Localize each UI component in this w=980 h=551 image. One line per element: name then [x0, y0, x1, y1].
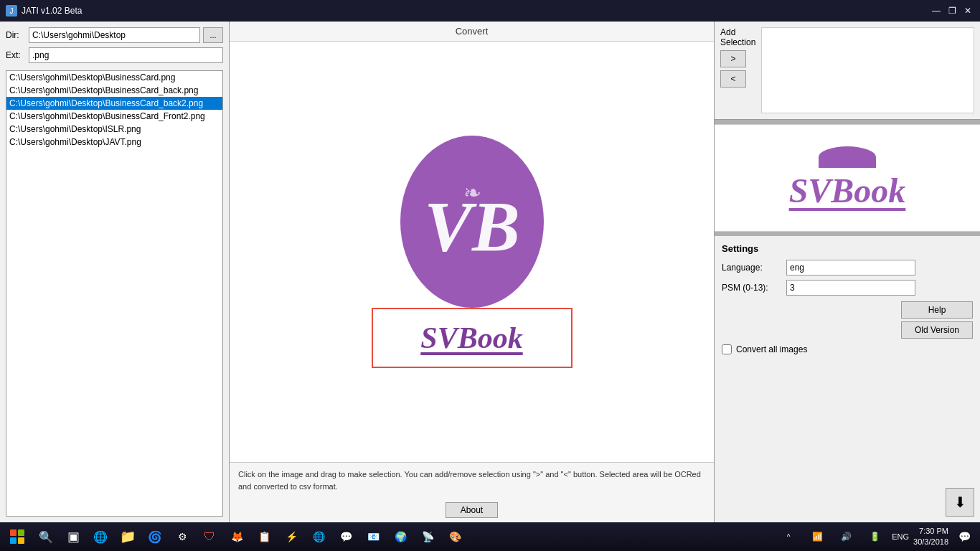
dir-input[interactable]	[29, 27, 200, 43]
preview-oval-top	[819, 146, 876, 168]
taskbar-search[interactable]: 🔍	[33, 524, 59, 550]
browse-button[interactable]: ...	[203, 27, 223, 43]
app-icon-7[interactable]: 🌍	[387, 524, 413, 550]
start-button[interactable]	[3, 524, 32, 550]
app-window: Dir: ... Ext: C:\Users\gohmi\Desktop\Bus…	[0, 22, 980, 522]
windows-icon	[10, 529, 24, 544]
convert-header: Convert	[230, 22, 714, 42]
app-icon-2[interactable]: 📋	[251, 524, 277, 550]
add-label: Add	[720, 27, 755, 37]
taskbar-apps: 🌐 📁 🌀 ⚙ 🛡 🦊 📋 ⚡ 🌐 💬 📧 🌍 📡 🎨	[88, 524, 468, 550]
app-icon-3[interactable]: ⚡	[278, 524, 304, 550]
convert-all-label: Convert all images	[736, 344, 807, 354]
app-icon-6[interactable]: 📧	[360, 524, 386, 550]
center-panel: Convert VB ❧ SVBook Click on	[230, 22, 715, 522]
volume-icon[interactable]: 🔊	[833, 524, 859, 550]
edge-icon[interactable]: 🌐	[88, 524, 113, 550]
right-top: Add Selection > <	[715, 22, 980, 120]
taskbar: 🔍 ▣ 🌐 📁 🌀 ⚙ 🛡 🦊 📋 ⚡ 🌐 💬 📧 🌍 📡 🎨 ^ 📶 🔊 🔋 …	[0, 522, 980, 551]
taskbar-clock[interactable]: 7:30 PM 30/3/2018	[913, 526, 948, 548]
windows-icon-green	[18, 529, 24, 536]
taskbar-right: ^ 📶 🔊 🔋 ENG 7:30 PM 30/3/2018 💬	[776, 524, 977, 550]
clock-date: 30/3/2018	[913, 537, 948, 547]
language-row: Language:	[722, 260, 973, 276]
app-icon-5[interactable]: 💬	[333, 524, 359, 550]
app-icon: J	[6, 5, 17, 17]
restore-button[interactable]: ❐	[946, 4, 958, 17]
instruction-content: Click on the image and drag to make sele…	[238, 470, 701, 491]
filezilla-icon[interactable]: 📡	[415, 524, 440, 550]
task-view-button[interactable]: ▣	[60, 524, 86, 550]
language-input[interactable]	[786, 260, 915, 276]
network-icon[interactable]: 📶	[804, 524, 830, 550]
ext-input[interactable]	[29, 47, 223, 63]
list-item[interactable]: C:\Users\gohmi\Desktop\ISLR.png	[6, 123, 222, 136]
forward-button[interactable]: >	[720, 50, 746, 67]
dir-row: Dir: ...	[6, 27, 223, 43]
list-item[interactable]: C:\Users\gohmi\Desktop\BusinessCard.png	[6, 71, 222, 84]
file-explorer-icon[interactable]: 📁	[115, 524, 141, 550]
file-list[interactable]: C:\Users\gohmi\Desktop\BusinessCard.png …	[6, 70, 223, 517]
download-icon: ⬇	[954, 494, 966, 511]
preview-area	[761, 27, 974, 113]
svg-text:❧: ❧	[463, 181, 481, 204]
app-icon-1[interactable]: 🦊	[224, 524, 250, 550]
list-item[interactable]: C:\Users\gohmi\Desktop\JAVT.png	[6, 136, 222, 149]
minimize-button[interactable]: —	[930, 4, 943, 17]
text-preview-area: SVBook	[715, 124, 980, 232]
show-hidden-icons[interactable]: ^	[776, 524, 801, 550]
dir-label: Dir:	[6, 30, 26, 40]
psm-label: PSM (0-13):	[722, 283, 786, 293]
windows-icon-red	[10, 529, 17, 536]
list-item[interactable]: C:\Users\gohmi\Desktop\BusinessCard_back…	[6, 97, 222, 110]
window-controls: — ❐ ✕	[930, 4, 974, 17]
help-button[interactable]: Help	[901, 301, 973, 319]
selection-box: SVBook	[372, 308, 573, 368]
psm-row: PSM (0-13):	[722, 280, 973, 296]
settings-buttons: Help Old Version	[722, 301, 973, 339]
list-item[interactable]: C:\Users\gohmi\Desktop\BusinessCard_Fron…	[6, 110, 222, 123]
settings-section: Settings Language: PSM (0-13): Help Old …	[715, 236, 980, 482]
add-selection-text-area: Add Selection > <	[720, 27, 755, 88]
download-button[interactable]: ⬇	[946, 488, 974, 517]
business-card-image: VB ❧ SVBook	[372, 136, 573, 368]
battery-icon[interactable]: 🔋	[862, 524, 887, 550]
logo-svg: VB ❧	[407, 143, 537, 301]
right-panel: Add Selection > < SVBook Sett	[715, 22, 980, 522]
clock-time: 7:30 PM	[913, 526, 948, 537]
windows-icon-blue	[10, 537, 17, 544]
psm-input[interactable]	[786, 280, 915, 296]
left-panel: Dir: ... Ext: C:\Users\gohmi\Desktop\Bus…	[0, 22, 230, 522]
selection-label: Selection	[720, 37, 755, 47]
browser-icon[interactable]: 🌀	[142, 524, 168, 550]
back-button[interactable]: <	[720, 70, 746, 88]
language-label: Language:	[722, 263, 786, 273]
language-indicator[interactable]: ENG	[890, 532, 910, 541]
antivirus-icon[interactable]: 🛡	[197, 524, 222, 550]
logo-oval: VB ❧	[400, 136, 544, 308]
app-icon-4[interactable]: 🌐	[306, 524, 331, 550]
action-center-icon[interactable]: 💬	[951, 524, 977, 550]
add-selection-area: Add Selection > <	[720, 27, 974, 113]
ext-row: Ext:	[6, 47, 223, 63]
app-icon-8[interactable]: 🎨	[442, 524, 468, 550]
arrow-buttons: > <	[720, 50, 755, 88]
close-button[interactable]: ✕	[961, 4, 974, 17]
settings-title: Settings	[722, 243, 973, 254]
list-item[interactable]: C:\Users\gohmi\Desktop\BusinessCard_back…	[6, 84, 222, 97]
settings-app-icon[interactable]: ⚙	[169, 524, 195, 550]
title-bar: J JATI v1.02 Beta — ❐ ✕	[0, 0, 980, 22]
app-title: JATI v1.02 Beta	[22, 6, 83, 16]
ext-label: Ext:	[6, 50, 26, 60]
windows-icon-yellow	[18, 537, 24, 544]
right-bottom: ⬇	[715, 482, 980, 522]
instruction-text: Click on the image and drag to make sele…	[230, 462, 714, 498]
svbook-text: SVBook	[420, 321, 522, 354]
convert-all-checkbox[interactable]	[722, 344, 732, 354]
about-button[interactable]: About	[446, 502, 498, 518]
old-version-button[interactable]: Old Version	[901, 321, 973, 339]
about-btn-row: About	[230, 498, 714, 522]
convert-all-row: Convert all images	[722, 344, 973, 354]
image-canvas[interactable]: VB ❧ SVBook	[230, 42, 714, 462]
preview-svbook-text: SVBook	[789, 171, 906, 210]
